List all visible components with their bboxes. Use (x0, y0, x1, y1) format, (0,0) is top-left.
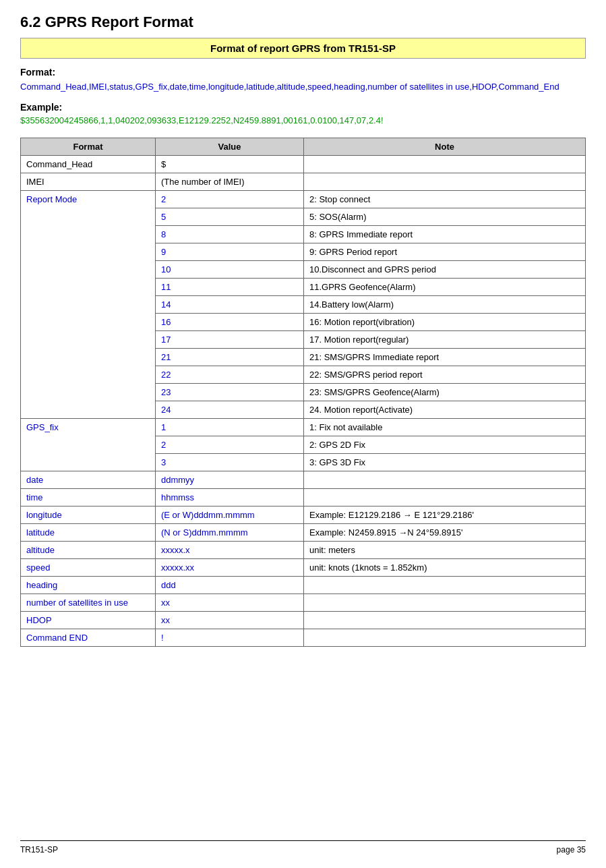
table-cell-value: 3 (156, 453, 304, 471)
table-cell-value: 8 (156, 225, 304, 243)
page-title: 6.2 GPRS Report Format (20, 13, 586, 31)
table-cell-value: 10 (156, 260, 304, 278)
table-cell-value: xxxxx.x (156, 541, 304, 558)
table-cell-value: $ (156, 155, 304, 173)
footer-right: page 35 (557, 845, 586, 855)
table-row: latitude (21, 523, 156, 541)
table-cell-note: unit: knots (1knots = 1.852km) (304, 558, 586, 576)
table-cell-value: 5 (156, 208, 304, 225)
table-cell-note (304, 594, 586, 611)
table-cell-value: xx (156, 594, 304, 611)
table-cell-value: 2 (156, 436, 304, 453)
table-cell-note: 14.Battery low(Alarm) (304, 295, 586, 313)
table-row: speed (21, 558, 156, 576)
table-cell-note: 3: GPS 3D Fix (304, 453, 586, 471)
table-cell-note: 11.GPRS Geofence(Alarm) (304, 278, 586, 295)
table-cell-value: 2 (156, 190, 304, 208)
table-cell-value: 11 (156, 278, 304, 295)
col-header-format: Format (21, 138, 156, 155)
table-cell-value: 22 (156, 366, 304, 383)
table-row: Command END (21, 629, 156, 646)
table-cell-note: 24. Motion report(Activate) (304, 401, 586, 418)
table-cell-value: (The number of IMEI) (156, 173, 304, 190)
col-header-value: Value (156, 138, 304, 155)
table-row: IMEI (21, 173, 156, 190)
table-cell-note: 5: SOS(Alarm) (304, 208, 586, 225)
table-cell-value: 9 (156, 243, 304, 260)
table-cell-note: 10.Disconnect and GPRS period (304, 260, 586, 278)
table-row: Command_Head (21, 155, 156, 173)
footer-left: TR151-SP (20, 845, 58, 855)
table-cell-note: Example: N2459.8915 →N 24°59.8915' (304, 523, 586, 541)
example-text: $355632004245866,1,1,040202,093633,E1212… (20, 115, 586, 125)
table-row: altitude (21, 541, 156, 558)
table-cell-note: Example: E12129.2186 → E 121°29.2186' (304, 506, 586, 523)
table-cell-value: xx (156, 611, 304, 629)
format-table: Format Value Note Command_Head$IMEI(The … (20, 138, 586, 647)
table-row: time (21, 488, 156, 506)
table-cell-value: 23 (156, 383, 304, 401)
table-cell-note: 1: Fix not available (304, 418, 586, 436)
table-cell-note: 23: SMS/GPRS Geofence(Alarm) (304, 383, 586, 401)
table-cell-note: 2: Stop connect (304, 190, 586, 208)
table-cell-note: 8: GPRS Immediate report (304, 225, 586, 243)
table-cell-note: 22: SMS/GPRS period report (304, 366, 586, 383)
table-row: HDOP (21, 611, 156, 629)
table-cell-value: (N or S)ddmm.mmmm (156, 523, 304, 541)
table-cell-value: ! (156, 629, 304, 646)
table-cell-value: 24 (156, 401, 304, 418)
table-row: date (21, 471, 156, 488)
table-cell-value: hhmmss (156, 488, 304, 506)
format-label: Format: (20, 67, 586, 78)
table-cell-value: xxxxx.xx (156, 558, 304, 576)
table-cell-value: 21 (156, 348, 304, 366)
table-row: Report Mode (21, 190, 156, 418)
table-cell-value: 1 (156, 418, 304, 436)
table-cell-value: 17 (156, 330, 304, 348)
table-cell-value: (E or W)dddmm.mmmm (156, 506, 304, 523)
table-cell-note: unit: meters (304, 541, 586, 558)
table-cell-value: 16 (156, 313, 304, 330)
table-cell-note: 9: GPRS Period report (304, 243, 586, 260)
table-cell-note: 21: SMS/GPRS Immediate report (304, 348, 586, 366)
table-cell-note: 2: GPS 2D Fix (304, 436, 586, 453)
table-cell-value: 14 (156, 295, 304, 313)
table-row: GPS_fix (21, 418, 156, 471)
table-cell-value: ddd (156, 576, 304, 594)
format-text: Command_Head,IMEI,status,GPS_fix,date,ti… (20, 80, 586, 94)
example-label: Example: (20, 102, 586, 113)
table-row: number of satellites in use (21, 594, 156, 611)
table-cell-note (304, 576, 586, 594)
table-cell-note (304, 488, 586, 506)
table-cell-value: ddmmyy (156, 471, 304, 488)
table-cell-note: 17. Motion report(regular) (304, 330, 586, 348)
table-cell-note (304, 629, 586, 646)
table-cell-note: 16: Motion report(vibration) (304, 313, 586, 330)
table-cell-note (304, 155, 586, 173)
table-cell-note (304, 173, 586, 190)
table-row: longitude (21, 506, 156, 523)
table-row: heading (21, 576, 156, 594)
table-cell-note (304, 471, 586, 488)
banner: Format of report GPRS from TR151-SP (20, 38, 586, 59)
table-cell-note (304, 611, 586, 629)
col-header-note: Note (304, 138, 586, 155)
